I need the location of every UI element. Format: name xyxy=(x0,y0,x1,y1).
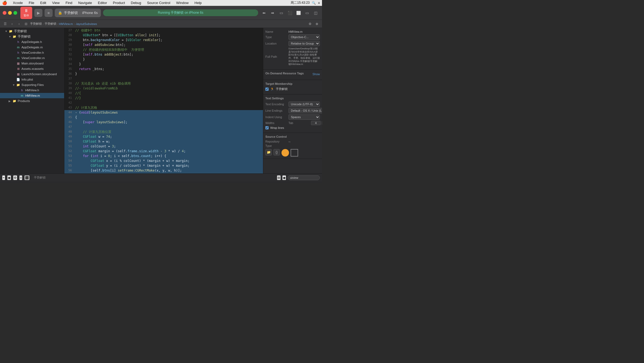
code-line-41: 41 //} xyxy=(64,96,263,100)
sidebar-item-root[interactable]: ▼ 📁 手势解锁 xyxy=(0,28,64,34)
code-content: CGFloat x = (i % colCount) * (margin + w… xyxy=(74,158,263,163)
menu-edit[interactable]: Edit xyxy=(39,1,47,5)
sc-icon-2[interactable]: {} xyxy=(273,149,280,155)
menu-product[interactable]: Product xyxy=(112,1,126,5)
sidebar-item-assets[interactable]: ▶ ⊞ Assets.xcassets xyxy=(0,66,64,71)
bottom-icon-3[interactable]: ≡ xyxy=(19,175,22,180)
toolbar-layout-4[interactable]: ▭ xyxy=(303,9,311,17)
toolbar-nav-right[interactable]: ➡ xyxy=(269,9,276,17)
sidebar-item-products[interactable]: ▶ 📁 Products xyxy=(0,98,64,104)
toolbar-nav-left[interactable]: ⬅ xyxy=(260,9,268,17)
line-number: 41 xyxy=(64,96,74,100)
indent-dropdown[interactable]: Spaces xyxy=(288,114,320,120)
menu-file[interactable]: File xyxy=(27,1,36,5)
menu-xcode[interactable]: Xcode xyxy=(12,1,24,5)
sidebar-toggle[interactable]: ☰ xyxy=(2,21,8,27)
sidebar-item-hmview-h[interactable]: ▶ h HMView.h xyxy=(0,88,64,93)
stop-button[interactable]: ■ xyxy=(45,9,53,17)
code-content: } xyxy=(74,71,263,76)
code-line-48: 48 // 计算九宫格位置 xyxy=(64,129,263,134)
code-content xyxy=(74,76,263,81)
apple-menu[interactable]: 🍎 xyxy=(2,1,7,5)
menu-view[interactable]: View xyxy=(51,1,61,5)
nav-forward[interactable]: › xyxy=(16,21,22,27)
sidebar-item-viewcontroller-m[interactable]: ▶ m ViewController.m xyxy=(0,55,64,61)
bottom-search-input[interactable] xyxy=(288,175,320,180)
sc-icon-1[interactable]: 📁 xyxy=(265,149,272,155)
bottom-icon-2[interactable]: ⚙ xyxy=(13,175,17,180)
location-dropdown[interactable]: Relative to Group xyxy=(288,41,320,46)
expand-arrow: ▼ xyxy=(5,30,9,33)
sidebar-item-main-storyboard[interactable]: ▶ ▦ Main.storyboard xyxy=(0,61,64,66)
target-checkbox-row: 🏃 手势解锁 xyxy=(265,87,320,91)
window-controls xyxy=(3,11,17,15)
sidebar-group-label: 手势解锁 xyxy=(18,35,31,39)
code-line-42: 42 xyxy=(64,100,263,105)
maximize-button[interactable] xyxy=(13,11,17,15)
menu-source-control[interactable]: Source Control xyxy=(146,1,172,5)
breadcrumb-2[interactable]: 手势解锁 xyxy=(45,22,56,26)
storyboard-icon: ▦ xyxy=(16,61,20,66)
pause-button[interactable]: ⏸ 暂停 xyxy=(20,7,32,19)
menu-find[interactable]: Find xyxy=(64,1,74,5)
scheme-device-selector[interactable]: 🔒 手势解锁 › iPhone 6s xyxy=(55,9,101,17)
line-endings-dropdown[interactable]: Default - OS X / Unix (LF) xyxy=(288,108,322,113)
code-line-28: 28 UIButton* btn = [[UIButton alloc] ini… xyxy=(64,33,263,38)
breadcrumb-4[interactable]: -layoutSubviews xyxy=(75,22,97,26)
toolbar-split[interactable]: ◫ xyxy=(312,9,319,17)
target-checkbox[interactable] xyxy=(265,88,269,91)
nav-related[interactable]: ⊟ xyxy=(23,21,29,27)
minimize-button[interactable] xyxy=(8,11,12,15)
encoding-dropdown[interactable]: Unicode (UTF-8) xyxy=(288,101,320,107)
breadcrumb-3[interactable]: HMView.m xyxy=(59,22,73,26)
menubar-menu-icon[interactable]: ≡ xyxy=(318,1,320,5)
file-h-icon-3: h xyxy=(20,88,24,92)
on-demand-show[interactable]: Show xyxy=(312,72,320,76)
menu-window[interactable]: Window xyxy=(175,1,190,5)
sidebar-item-group-2[interactable]: ▼ 📁 手势解锁 xyxy=(0,34,64,39)
repository-value: -- xyxy=(288,140,320,143)
sidebar-item-hmview-m[interactable]: ▶ m HMView.m xyxy=(0,93,64,98)
run-button[interactable]: ▶ xyxy=(34,9,42,17)
sc-square-icon xyxy=(291,149,298,157)
tab-stepper: Tab ▲ ▼ xyxy=(288,121,322,125)
code-line-54: 54 CGFloat x = (i % colCount) * (margin … xyxy=(64,158,263,163)
code-editor[interactable]: 27 // 创建9个 btn 28 UIButton* btn = [[UIBu… xyxy=(64,28,263,173)
code-line-36: 36 } xyxy=(64,71,263,76)
bottom-icon-1[interactable]: ◉ xyxy=(7,175,11,180)
sidebar-item-supporting-files[interactable]: ▼ 📁 Supporting Files xyxy=(0,82,64,88)
close-button[interactable] xyxy=(3,11,6,15)
sidebar-item-appdelegate-h[interactable]: ▶ h AppDelegate.h xyxy=(0,39,64,45)
nav-settings[interactable]: ⚙ xyxy=(307,21,313,27)
code-line-38: 38 // 无论是从 sb 还是 xib 都会调用 xyxy=(64,81,263,86)
tab-width-up[interactable]: ▲ xyxy=(322,121,322,125)
wrap-lines-checkbox[interactable] xyxy=(265,126,269,129)
toolbar-layout-1[interactable]: ▭ xyxy=(277,9,285,17)
sidebar-item-info-plist[interactable]: ▶ 📄 Info.plist xyxy=(0,77,64,82)
bottom-grid-icon[interactable]: ⊞ xyxy=(277,175,281,180)
toolbar-layout-2[interactable]: ⬛ xyxy=(286,9,294,17)
bottom-icon-4[interactable]: ⬛ xyxy=(24,175,30,180)
line-number: 34 xyxy=(64,62,74,67)
type-dropdown[interactable]: Objective-C... xyxy=(288,34,320,40)
code-line-56: 56 [self.btns[i] setFrame:CGRectMake(x, … xyxy=(64,168,263,173)
tab-width-input[interactable] xyxy=(311,121,321,125)
menu-debug[interactable]: Debug xyxy=(130,1,142,5)
folder-icon: 📁 xyxy=(9,29,13,33)
nav-back[interactable]: ‹ xyxy=(9,21,15,27)
sidebar-item-launch-storyboard[interactable]: ▶ ▦ LaunchScreen.storyboard xyxy=(0,71,64,77)
nav-add[interactable]: ⊕ xyxy=(314,21,320,27)
code-line-32: 32 [self.btns addObject:btn]; xyxy=(64,52,263,57)
menu-help[interactable]: Help xyxy=(193,1,203,5)
bottom-circle-icon[interactable]: ◉ xyxy=(282,175,286,180)
add-file-button[interactable]: + xyxy=(2,175,5,180)
widths-label: Widths xyxy=(265,121,287,125)
sidebar-products-label: Products xyxy=(18,99,30,103)
sidebar-item-viewcontroller-h[interactable]: ▶ h ViewController.h xyxy=(0,50,64,55)
toolbar-layout-3[interactable]: ⬜ xyxy=(295,9,302,17)
menu-editor[interactable]: Editor xyxy=(97,1,108,5)
menu-navigate[interactable]: Navigate xyxy=(77,1,93,5)
menubar-search[interactable]: 🔍 xyxy=(312,1,316,5)
sidebar-item-appdelegate-m[interactable]: ▶ m AppDelegate.m xyxy=(0,45,64,50)
breadcrumb-1[interactable]: 手势解锁 xyxy=(30,22,42,26)
